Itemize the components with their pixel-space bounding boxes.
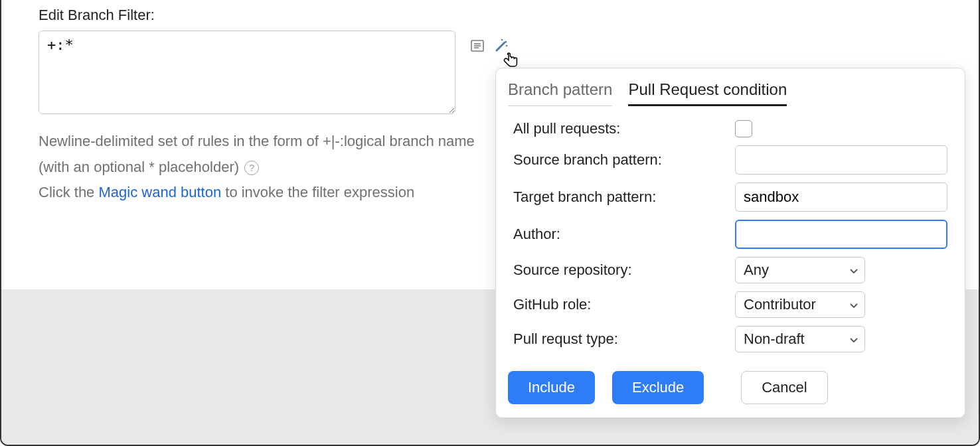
svg-point-7 — [501, 39, 503, 41]
github-role-value: Contributor — [744, 296, 816, 313]
pull-request-type-value: Non-draft — [744, 331, 805, 348]
row-source-branch-pattern: Source branch pattern: — [513, 145, 947, 175]
include-button[interactable]: Include — [508, 371, 595, 404]
svg-point-6 — [506, 45, 508, 47]
tab-pull-request-condition[interactable]: Pull Request condition — [628, 78, 787, 106]
pull-request-type-label: Pull requst type: — [513, 331, 724, 348]
branch-filter-textarea[interactable]: +:* — [39, 31, 455, 114]
cancel-button[interactable]: Cancel — [741, 371, 827, 404]
button-row: Include Exclude Cancel — [508, 371, 953, 404]
all-pull-requests-checkbox[interactable] — [735, 120, 752, 137]
source-repository-label: Source repository: — [513, 261, 724, 279]
author-input[interactable] — [735, 220, 947, 249]
popover-tabs: Branch pattern Pull Request condition — [508, 78, 953, 107]
row-author: Author: — [513, 220, 947, 249]
cursor-hand-icon — [502, 50, 521, 69]
github-role-label: GitHub role: — [513, 296, 724, 313]
row-target-branch-pattern: Target branch pattern: — [513, 183, 947, 212]
textarea-action-icons — [463, 31, 509, 53]
svg-point-5 — [505, 41, 507, 43]
filter-popover: Branch pattern Pull Request condition Al… — [495, 68, 965, 418]
pull-request-type-select[interactable]: Non-draft — [735, 326, 865, 352]
text-panel-icon[interactable] — [470, 38, 485, 53]
github-role-select[interactable]: Contributor — [735, 291, 865, 318]
exclude-button[interactable]: Exclude — [612, 371, 704, 404]
help-line-2-prefix: Click the — [39, 184, 98, 200]
row-all-pull-requests: All pull requests: — [513, 120, 947, 137]
tab-branch-pattern[interactable]: Branch pattern — [508, 78, 612, 106]
edit-branch-filter-label: Edit Branch Filter: — [39, 7, 941, 24]
source-branch-pattern-label: Source branch pattern: — [513, 151, 724, 169]
row-pull-request-type: Pull requst type: Non-draft — [513, 326, 947, 352]
help-text: Newline-delimited set of rules in the fo… — [39, 129, 503, 206]
source-repository-select[interactable]: Any — [735, 257, 865, 283]
author-label: Author: — [513, 226, 724, 243]
magic-wand-link[interactable]: Magic wand button — [98, 184, 221, 200]
target-branch-pattern-input[interactable] — [735, 183, 947, 212]
form-rows: All pull requests: Source branch pattern… — [508, 116, 953, 352]
all-pull-requests-label: All pull requests: — [513, 120, 724, 137]
source-repository-value: Any — [744, 261, 769, 279]
svg-line-4 — [497, 42, 505, 50]
row-source-repository: Source repository: Any — [513, 257, 947, 283]
help-icon[interactable]: ? — [244, 161, 259, 175]
help-line-2-suffix: to invoke the filter expression — [221, 184, 414, 200]
target-branch-pattern-label: Target branch pattern: — [513, 188, 724, 206]
row-github-role: GitHub role: Contributor — [513, 291, 947, 318]
source-branch-pattern-input[interactable] — [735, 145, 947, 175]
